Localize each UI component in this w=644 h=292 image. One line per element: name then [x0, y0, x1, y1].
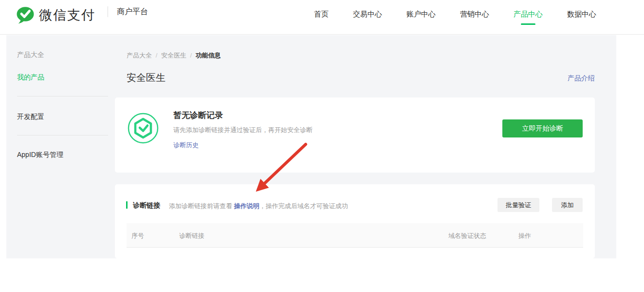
nav-item-transaction-center[interactable]: 交易中心	[353, 10, 382, 19]
brand-logo[interactable]: 微信支付	[16, 6, 95, 24]
links-table-header: 序号 诊断链接 域名验证状态 操作	[127, 223, 583, 248]
sidebar-item-all-products[interactable]: 产品大全	[17, 51, 44, 59]
portal-wrap: 商户平台	[100, 6, 148, 17]
no-record-subtitle: 请先添加诊断链接并通过验证后，再开始安全诊断	[173, 126, 313, 135]
top-header: 微信支付 商户平台 首页 交易中心 账户中心 营销中心 产品中心 数据中心	[0, 0, 644, 35]
column-header-actions: 操作	[518, 232, 531, 240]
sidebar-item-my-products[interactable]: 我的产品	[17, 73, 44, 82]
operation-guide-link[interactable]: 操作说明	[234, 202, 259, 210]
sidebar-item-appid-management[interactable]: AppID账号管理	[17, 151, 63, 159]
breadcrumb-separator: /	[190, 52, 192, 59]
page-title: 安全医生	[127, 71, 166, 84]
top-nav: 首页 交易中心 账户中心 营销中心 产品中心 数据中心	[314, 10, 596, 19]
wechat-pay-bubble-check-icon	[16, 6, 35, 24]
shield-check-icon	[128, 113, 159, 144]
portal-name: 商户平台	[117, 7, 148, 17]
add-link-button[interactable]: 添加	[552, 198, 583, 212]
no-record-title: 暂无诊断记录	[173, 110, 223, 121]
tip-suffix: ，操作完成后域名才可验证成功	[259, 202, 348, 210]
tip-prefix: 添加诊断链接前请查看	[169, 202, 234, 210]
start-diagnosis-button[interactable]: 立即开始诊断	[502, 119, 583, 137]
column-header-index: 序号	[131, 232, 144, 240]
breadcrumb-separator: /	[156, 52, 158, 59]
column-header-domain-status: 域名验证状态	[448, 232, 486, 240]
sidebar-divider	[17, 135, 108, 136]
batch-verify-button[interactable]: 批量验证	[497, 198, 539, 212]
diagnosis-links-title: 诊断链接	[133, 201, 160, 210]
nav-item-data-center[interactable]: 数据中心	[567, 10, 596, 19]
nav-item-marketing-center[interactable]: 营销中心	[460, 10, 489, 19]
product-intro-link[interactable]: 产品介绍	[568, 74, 595, 83]
breadcrumb: 产品大全 / 安全医生 / 功能信息	[127, 51, 223, 60]
nav-item-product-center[interactable]: 产品中心	[514, 10, 543, 19]
sidebar-item-dev-config[interactable]: 开发配置	[17, 113, 44, 121]
diagnosis-history-link[interactable]: 诊断历史	[173, 141, 199, 150]
header-divider	[108, 6, 108, 17]
section-accent-bar	[126, 201, 128, 209]
nav-item-home[interactable]: 首页	[314, 10, 329, 19]
diagnosis-links-card: 诊断链接 添加诊断链接前请查看 操作说明，操作完成后域名才可验证成功 批量验证 …	[115, 184, 595, 258]
nav-item-account-center[interactable]: 账户中心	[406, 10, 436, 19]
diagnosis-links-tip: 添加诊断链接前请查看 操作说明，操作完成后域名才可验证成功	[169, 202, 348, 211]
breadcrumb-security-doctor[interactable]: 安全医生	[161, 52, 186, 59]
breadcrumb-all-products[interactable]: 产品大全	[127, 52, 152, 59]
sidebar-divider	[17, 96, 108, 97]
content-area: 产品大全 我的产品 开发配置 AppID账号管理 产品大全 / 安全医生 / 功…	[6, 35, 616, 258]
diagnosis-status-card: 暂无诊断记录 请先添加诊断链接并通过验证后，再开始安全诊断 诊断历史 立即开始诊…	[115, 97, 595, 173]
column-header-link: 诊断链接	[179, 232, 204, 240]
wechat-pay-merchant-page: 微信支付 商户平台 首页 交易中心 账户中心 营销中心 产品中心 数据中心 产品…	[0, 0, 644, 292]
breadcrumb-current-feature-info: 功能信息	[196, 52, 221, 59]
brand-name: 微信支付	[39, 6, 95, 24]
